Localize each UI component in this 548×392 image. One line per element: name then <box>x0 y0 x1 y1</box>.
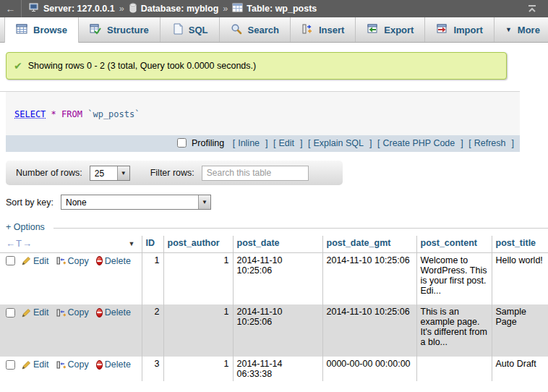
breadcrumb-bar: ← Server: 127.0.0.1 » Database: myblog »… <box>0 0 548 17</box>
sort-by-key-value: None <box>61 195 198 209</box>
cell-post-title: Auto Draft <box>492 357 548 381</box>
bracket: [ <box>273 138 275 148</box>
cell-id: 3 <box>142 357 163 381</box>
copy-icon <box>56 256 66 265</box>
breadcrumb-database[interactable]: Database: myblog <box>129 3 219 15</box>
tab-browse[interactable]: Browse <box>4 17 79 43</box>
delete-link[interactable]: Delete <box>105 256 131 266</box>
sql-keyword-from: FROM <box>61 109 82 119</box>
row-actions-cell: Edit Copy Delete <box>0 357 142 381</box>
refresh-link[interactable]: Refresh <box>474 138 506 148</box>
bracket: [ <box>308 138 310 148</box>
copy-icon <box>56 308 66 318</box>
insert-icon <box>301 23 313 37</box>
profiling-label: Profiling <box>192 138 224 148</box>
tab-search[interactable]: Search <box>220 17 291 42</box>
delete-link[interactable]: Delete <box>105 359 131 370</box>
sql-table-name: `wp_posts` <box>87 109 140 119</box>
database-label: Database: myblog <box>141 4 219 14</box>
results-table: ←T→ ▼ ID post_author post_date post_date… <box>0 236 548 381</box>
row-checkbox[interactable] <box>6 360 15 370</box>
cell-post-date: 2014-11-10 10:25:06 <box>233 304 322 357</box>
explain-sql-link[interactable]: Explain SQL <box>314 138 364 148</box>
tab-label: Insert <box>319 25 344 35</box>
bracket: [ <box>233 138 235 148</box>
filter-rows-input[interactable] <box>202 166 309 181</box>
breadcrumb-table[interactable]: Table: wp_posts <box>232 3 317 14</box>
options-toggle-link[interactable]: + Options <box>6 222 45 232</box>
row-checkbox[interactable] <box>6 308 15 318</box>
number-of-rows-label: Number of rows: <box>16 168 82 178</box>
delete-icon <box>96 308 103 318</box>
edit-link[interactable]: Edit <box>33 256 49 266</box>
edit-query-link[interactable]: Edit <box>279 138 295 148</box>
copy-link[interactable]: Copy <box>68 359 89 370</box>
options-row: + Options <box>6 222 548 232</box>
server-icon <box>29 3 40 15</box>
select-arrow-icon: ▼ <box>117 166 129 180</box>
success-message: ✔ Showing rows 0 - 2 (3 total, Query too… <box>6 52 507 80</box>
column-header-post-date[interactable]: post_date <box>233 236 322 252</box>
copy-link[interactable]: Copy <box>68 307 89 318</box>
column-header-id[interactable]: ID <box>142 236 163 252</box>
collapse-icon[interactable] <box>516 4 548 13</box>
delete-icon <box>96 360 103 370</box>
table-label: Table: wp_posts <box>247 4 317 14</box>
edit-pencil-icon <box>22 360 31 370</box>
row-checkbox[interactable] <box>6 256 15 265</box>
edit-pencil-icon <box>22 308 31 318</box>
column-header-post-content[interactable]: post_content <box>416 236 492 252</box>
rows-per-page-select[interactable]: 25 ▼ <box>90 166 130 181</box>
table-row: Edit Copy Delete 3 1 2014-11-14 06:33:38… <box>0 357 548 381</box>
with-selected-icon[interactable]: ▼ <box>129 240 138 247</box>
column-move-icon[interactable]: ←T→ <box>6 238 33 249</box>
breadcrumb-separator: » <box>119 4 124 14</box>
cell-id: 1 <box>142 252 163 304</box>
sql-keyword-select[interactable]: SELECT <box>14 109 46 119</box>
chevron-down-icon: ▼ <box>505 26 512 33</box>
cell-post-author: 1 <box>163 304 233 357</box>
profiling-checkbox[interactable] <box>177 138 187 148</box>
search-icon <box>231 23 242 37</box>
edit-link[interactable]: Edit <box>33 307 49 318</box>
create-php-code-link[interactable]: Create PHP Code <box>382 138 455 148</box>
browse-icon <box>16 23 27 37</box>
tab-more[interactable]: ▼ More <box>495 17 548 42</box>
query-toolbar: Profiling [Inline] [Edit] [Explain SQL] … <box>6 135 520 152</box>
breadcrumb-server[interactable]: Server: 127.0.0.1 <box>29 3 115 15</box>
delete-link[interactable]: Delete <box>105 307 131 318</box>
cell-post-author: 1 <box>163 357 233 381</box>
bracket: [ <box>468 138 471 148</box>
tab-label: Browse <box>33 25 67 35</box>
breadcrumb-separator: » <box>223 4 228 14</box>
tab-label: Export <box>384 25 414 35</box>
edit-link[interactable]: Edit <box>33 359 49 370</box>
bracket: ] <box>512 138 514 148</box>
rows-control-bar: Number of rows: 25 ▼ Filter rows: <box>6 161 343 185</box>
column-header-post-author[interactable]: post_author <box>163 236 233 252</box>
edit-pencil-icon <box>22 256 31 265</box>
sort-by-key-label: Sort by key: <box>6 197 53 208</box>
bracket: ] <box>265 138 267 148</box>
actions-header-cell: ←T→ ▼ <box>0 236 142 252</box>
sort-by-key-select[interactable]: None ▼ <box>61 195 211 210</box>
back-icon[interactable]: ← <box>0 0 22 17</box>
tab-export[interactable]: Export <box>356 17 425 42</box>
table-row: Edit Copy Delete 2 1 2014-11-10 10:25:06… <box>0 304 548 357</box>
cell-post-date: 2014-11-10 10:25:06 <box>233 252 322 304</box>
copy-link[interactable]: Copy <box>68 256 89 266</box>
export-icon <box>367 23 378 37</box>
cell-post-title: Sample Page <box>492 304 548 357</box>
tab-label: SQL <box>189 25 208 35</box>
sql-query-text: SELECT * FROM `wp_posts` <box>6 92 520 135</box>
tab-structure[interactable]: Structure <box>79 17 160 42</box>
column-header-post-date-gmt[interactable]: post_date_gmt <box>322 236 416 252</box>
inline-link[interactable]: Inline <box>238 138 260 148</box>
select-arrow-icon: ▼ <box>198 195 210 209</box>
structure-icon <box>90 23 101 37</box>
header-row: ←T→ ▼ ID post_author post_date post_date… <box>0 236 548 252</box>
tab-insert[interactable]: Insert <box>291 17 356 42</box>
tab-sql[interactable]: SQL <box>160 17 220 42</box>
column-header-post-title[interactable]: post_title <box>492 236 548 252</box>
tab-import[interactable]: Import <box>425 17 494 42</box>
